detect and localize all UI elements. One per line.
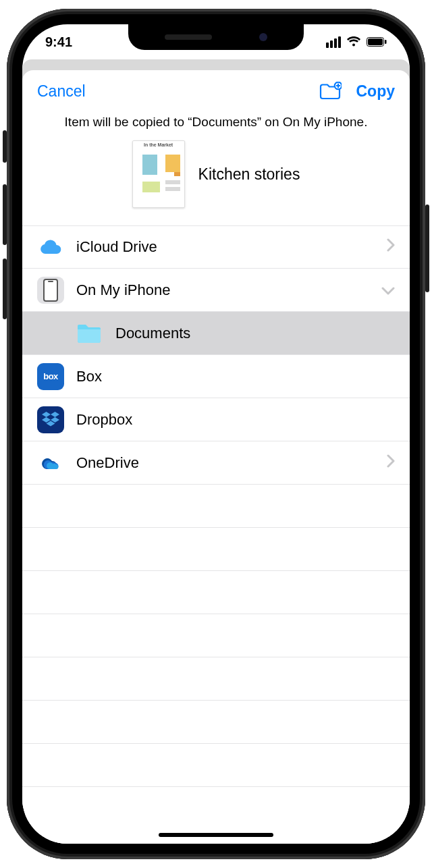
chevron-down-icon (381, 281, 395, 299)
item-name: Kitchen stories (198, 165, 300, 184)
location-onedrive[interactable]: OneDrive (22, 441, 410, 485)
location-icloud-drive[interactable]: iCloud Drive (22, 225, 410, 269)
folder-icon (75, 323, 103, 344)
list-item (22, 701, 410, 744)
cancel-button[interactable]: Cancel (37, 82, 86, 101)
copy-button[interactable]: Copy (356, 82, 396, 101)
location-label: On My iPhone (76, 281, 170, 299)
device-frame: 9:41 Cancel (7, 9, 425, 859)
location-dropbox[interactable]: Dropbox (22, 398, 410, 441)
new-folder-icon[interactable] (319, 82, 342, 101)
location-documents[interactable]: Documents (22, 312, 410, 355)
home-indicator[interactable] (159, 833, 273, 837)
sheet-navbar: Cancel Copy (22, 70, 410, 112)
list-item (22, 485, 410, 528)
onedrive-app-icon (37, 450, 64, 477)
location-label: OneDrive (76, 454, 139, 472)
battery-icon (367, 37, 387, 47)
list-item (22, 657, 410, 701)
destination-prompt: Item will be copied to “Documents” on On… (22, 112, 410, 138)
list-item (22, 744, 410, 787)
location-label: Documents (115, 325, 190, 342)
box-app-icon: box (37, 363, 64, 390)
icloud-icon (37, 234, 64, 261)
cellular-icon (326, 36, 341, 48)
location-label: Box (76, 368, 102, 385)
wifi-icon (346, 36, 361, 47)
item-preview: In the Market Kitchen stories (22, 138, 410, 225)
save-to-files-sheet: Cancel Copy Item will be copied to “Docu… (22, 70, 410, 844)
status-time: 9:41 (45, 34, 72, 50)
list-item (22, 528, 410, 571)
chevron-right-icon (387, 238, 395, 256)
iphone-icon (37, 277, 64, 304)
location-on-my-iphone[interactable]: On My iPhone (22, 269, 410, 312)
dropbox-app-icon (37, 406, 64, 433)
list-item (22, 571, 410, 614)
svg-rect-2 (385, 40, 387, 44)
notch (128, 24, 304, 50)
location-label: iCloud Drive (76, 238, 157, 256)
location-box[interactable]: box Box (22, 355, 410, 398)
svg-rect-1 (368, 38, 383, 45)
chevron-right-icon (387, 454, 395, 472)
location-label: Dropbox (76, 411, 132, 429)
list-item (22, 614, 410, 657)
locations-list[interactable]: iCloud Drive On My iPhone (22, 225, 410, 844)
item-thumbnail: In the Market (132, 140, 185, 208)
